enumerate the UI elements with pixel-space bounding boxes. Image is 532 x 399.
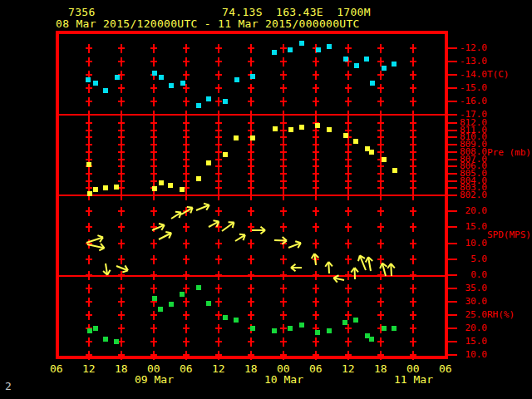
- grid-cross: [215, 187, 222, 189]
- panel-label: Pre (mb): [487, 147, 531, 159]
- grid-cross: [215, 180, 222, 182]
- humidity-point: [196, 285, 201, 290]
- grid-cross: [248, 288, 254, 289]
- temperature-point: [327, 44, 332, 49]
- grid-cross: [345, 159, 352, 160]
- grid-cross: [248, 180, 254, 182]
- grid-cross: [345, 354, 352, 356]
- grid-cross: [150, 210, 157, 212]
- temperature-point: [299, 41, 304, 46]
- wind-arrow: [252, 229, 264, 231]
- grid-cross: [345, 314, 352, 316]
- grid-cross: [313, 173, 319, 175]
- grid-cross: [215, 159, 222, 160]
- grid-cross: [345, 74, 352, 76]
- wind-arrow: [105, 264, 108, 274]
- grid-cross: [377, 180, 384, 182]
- grid-cross: [280, 314, 287, 316]
- grid-cross: [150, 274, 157, 276]
- grid-cross: [86, 159, 92, 160]
- grid-cross: [118, 210, 125, 212]
- grid-cross: [150, 314, 157, 316]
- temperature-point: [382, 66, 387, 71]
- grid-cross: [86, 187, 92, 189]
- meteogram-screen: { "header": { "station_id": "7356", "loc…: [0, 0, 532, 399]
- humidity-point: [353, 318, 358, 323]
- grid-cross: [183, 180, 190, 182]
- grid-cross: [377, 165, 384, 167]
- axis-tick-label: 10.0: [449, 238, 487, 249]
- humidity-point: [223, 315, 228, 320]
- grid-cross: [86, 301, 92, 303]
- grid-cross: [377, 274, 384, 276]
- wind-arrow: [116, 265, 128, 271]
- grid-cross: [215, 354, 222, 356]
- grid-cross: [410, 195, 416, 196]
- grid-cross: [280, 274, 287, 276]
- wind-arrow: [158, 233, 170, 240]
- x-axis-hour-label: 12: [82, 363, 96, 374]
- grid-cross: [183, 354, 190, 356]
- grid-cross: [345, 328, 352, 329]
- humidity-point: [315, 330, 320, 335]
- axis-tick-label: 15.0: [449, 221, 487, 233]
- grid-cross: [377, 314, 384, 316]
- grid-cross: [118, 87, 125, 89]
- grid-cross: [313, 165, 319, 167]
- wind-arrow: [170, 212, 180, 219]
- grid-cross: [86, 47, 92, 49]
- grid-cross: [118, 195, 125, 196]
- pressure-point: [196, 176, 201, 181]
- grid-cross: [118, 226, 125, 228]
- grid-cross: [313, 144, 319, 145]
- temperature-point: [180, 81, 185, 86]
- grid-cross: [86, 87, 92, 89]
- grid-cross: [313, 101, 319, 102]
- grid-cross: [183, 61, 190, 62]
- grid-cross: [410, 314, 416, 316]
- grid-cross: [345, 341, 352, 342]
- x-axis-hour-label: 06: [309, 363, 323, 374]
- temperature-point: [392, 62, 397, 66]
- grid-cross: [410, 61, 416, 62]
- grid-cross: [215, 144, 222, 145]
- grid-cross: [86, 74, 92, 76]
- wind-arrow: [195, 204, 209, 211]
- axis-tick-label: 35.0: [449, 283, 487, 294]
- grid-cross: [410, 165, 416, 167]
- grid-cross: [118, 173, 125, 175]
- grid-cross: [118, 130, 125, 131]
- grid-cross: [183, 74, 190, 76]
- grid-cross: [183, 47, 190, 49]
- grid-cross: [118, 314, 125, 316]
- grid-cross: [345, 173, 352, 175]
- grid-cross: [248, 301, 254, 303]
- grid-cross: [313, 243, 319, 244]
- grid-cross: [118, 274, 125, 276]
- grid-cross: [313, 187, 319, 189]
- pressure-point: [273, 126, 278, 131]
- grid-cross: [150, 301, 157, 303]
- grid-cross: [280, 87, 287, 89]
- grid-cross: [86, 259, 92, 260]
- grid-cross: [150, 114, 157, 116]
- grid-cross: [313, 74, 319, 76]
- pressure-point: [392, 168, 397, 173]
- pressure-point: [87, 191, 92, 196]
- axis-tick-label: 30.0: [449, 296, 487, 308]
- grid-cross: [215, 314, 222, 316]
- wind-arrow: [209, 221, 219, 228]
- temperature-point: [316, 47, 321, 52]
- wind-arrow: [359, 256, 367, 270]
- grid-cross: [313, 61, 319, 62]
- humidity-point: [169, 302, 174, 307]
- wind-arrow: [235, 234, 245, 242]
- humidity-point: [382, 326, 387, 331]
- grid-cross: [150, 144, 157, 145]
- grid-cross: [410, 74, 416, 76]
- wind-arrow: [328, 263, 331, 273]
- x-axis-hour-label: 12: [342, 363, 355, 374]
- grid-cross: [248, 151, 254, 153]
- humidity-point: [392, 326, 397, 331]
- wind-arrow: [390, 264, 392, 276]
